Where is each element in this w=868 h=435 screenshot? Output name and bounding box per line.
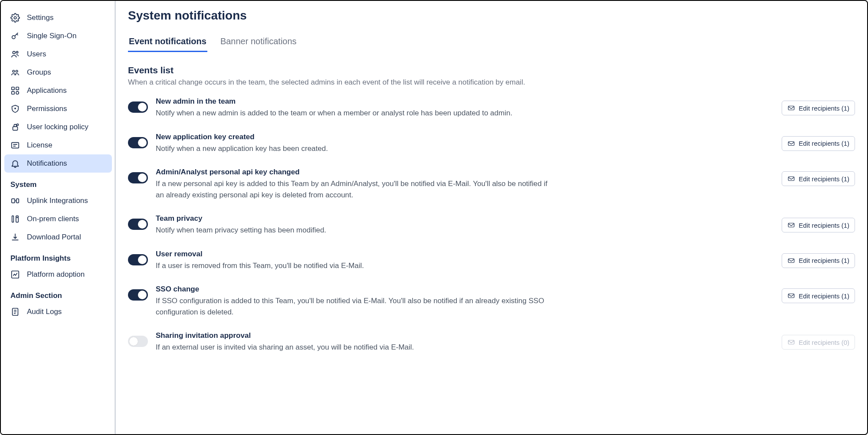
edit-recipients-button[interactable]: Edit recipients (1) [782,136,855,151]
edit-recipients-label: Edit recipients (1) [799,140,849,147]
page-title: System notifications [128,9,855,23]
mail-icon [787,104,795,112]
event-title: SSO change [156,285,774,294]
event-row: User removalIf a user is removed from th… [128,245,855,281]
sidebar-item-groups[interactable]: Groups [4,63,112,82]
svg-rect-21 [789,106,795,110]
event-toggle[interactable] [128,137,148,148]
svg-rect-23 [789,177,795,181]
event-text: Admin/Analyst personal api key changedIf… [156,168,774,200]
svg-rect-15 [16,199,19,203]
mail-icon [787,338,795,346]
shield-icon [10,104,20,114]
event-title: Sharing invitation approval [156,331,774,340]
sidebar-item-audit[interactable]: Audit Logs [4,303,112,321]
sidebar-item-adoption[interactable]: Platform adoption [4,265,112,284]
svg-point-18 [17,217,17,218]
event-text: Sharing invitation approvalIf an externa… [156,331,774,353]
sidebar-item-label: License [27,141,52,150]
event-description: If a user is removed from this Team, you… [156,260,555,271]
license-icon [10,141,20,150]
event-description: Notify when a new application key has be… [156,143,555,154]
edit-recipients-button[interactable]: Edit recipients (1) [782,288,855,303]
app-frame: SettingsSingle Sign-OnUsersGroupsApplica… [0,0,868,435]
event-toggle[interactable] [128,172,148,183]
sidebar-item-label: Groups [27,68,51,77]
svg-rect-25 [789,258,795,262]
svg-point-9 [16,92,19,94]
svg-rect-26 [789,294,795,298]
sidebar-item-user-locking[interactable]: User locking policy [4,118,112,136]
svg-point-10 [15,108,16,109]
sidebar-section-header: Admin Section [4,284,112,303]
users-icon [10,49,20,59]
nav-list: SettingsSingle Sign-OnUsersGroupsApplica… [4,9,112,173]
svg-rect-13 [12,143,19,148]
sidebar-item-label: Notifications [27,159,67,168]
sidebar-item-download[interactable]: Download Portal [4,228,112,246]
sidebar-item-permissions[interactable]: Permissions [4,100,112,118]
svg-rect-8 [12,92,14,94]
edit-recipients-button[interactable]: Edit recipients (1) [782,218,855,232]
event-toggle[interactable] [128,254,148,265]
edit-recipients-label: Edit recipients (1) [799,292,849,300]
svg-rect-6 [12,87,14,90]
svg-point-3 [16,51,18,53]
svg-point-1 [12,36,15,39]
sidebar-item-sso[interactable]: Single Sign-On [4,27,112,45]
mail-icon [787,257,795,265]
svg-point-12 [16,124,18,125]
mail-icon [787,175,795,183]
event-text: SSO changeIf SSO configuration is added … [156,285,774,317]
sidebar-item-label: Platform adoption [27,270,85,279]
server-icon [10,214,20,224]
gear-icon [10,13,20,23]
sidebar-item-label: Applications [27,86,67,95]
event-text: New admin in the teamNotify when a new a… [156,97,774,119]
nav-list: Audit Logs [4,303,112,321]
sidebar-item-label: On-prem clients [27,215,79,223]
sidebar-item-notifications[interactable]: Notifications [4,154,112,173]
event-toggle[interactable] [128,289,148,301]
event-row: Team privacyNotify when team privacy set… [128,210,855,245]
svg-rect-22 [789,141,795,145]
sidebar-section-header: Platform Insights [4,246,112,265]
event-toggle[interactable] [128,101,148,113]
edit-recipients-button[interactable]: Edit recipients (1) [782,101,855,115]
tab-banner[interactable]: Banner notifications [219,32,298,52]
sidebar-item-settings[interactable]: Settings [4,9,112,27]
edit-recipients-button[interactable]: Edit recipients (1) [782,253,855,268]
event-toggle[interactable] [128,219,148,230]
sidebar-item-applications[interactable]: Applications [4,82,112,100]
events-list-description: When a critical change occurs in the tea… [128,78,855,87]
edit-recipients-button[interactable]: Edit recipients (1) [782,171,855,186]
edit-recipients-label: Edit recipients (1) [799,222,849,229]
sidebar-item-users[interactable]: Users [4,45,112,63]
event-row: New application key createdNotify when a… [128,128,855,164]
event-title: Team privacy [156,214,774,223]
sidebar-item-uplink[interactable]: Uplink Integrations [4,192,112,210]
groups-icon [10,68,20,77]
events-list: New admin in the teamNotify when a new a… [128,93,855,363]
main-content: System notifications Event notifications… [116,1,867,434]
sidebar-item-license[interactable]: License [4,136,112,154]
event-title: User removal [156,250,774,258]
tab-event[interactable]: Event notifications [128,32,207,52]
event-title: New admin in the team [156,97,774,106]
event-text: User removalIf a user is removed from th… [156,250,774,271]
edit-recipients-label: Edit recipients (1) [799,175,849,183]
sidebar-item-label: User locking policy [27,123,88,131]
event-toggle[interactable] [128,336,148,347]
sidebar-item-label: Users [27,50,46,59]
svg-point-5 [16,70,18,72]
svg-rect-27 [789,340,795,344]
edit-recipients-label: Edit recipients (1) [799,105,849,112]
event-description: If a new personal api key is added to th… [156,178,555,200]
event-text: New application key createdNotify when a… [156,133,774,154]
lock-icon [10,122,20,132]
mail-icon [787,140,795,147]
uplink-icon [10,196,20,206]
sidebar-item-onprem[interactable]: On-prem clients [4,210,112,228]
svg-point-2 [13,51,15,54]
event-title: New application key created [156,133,774,141]
